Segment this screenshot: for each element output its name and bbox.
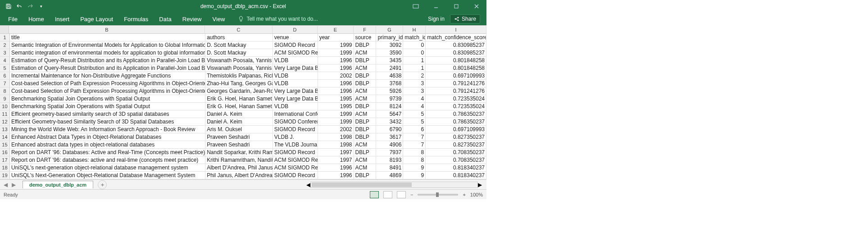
- cell[interactable]: 0.830985237: [426, 49, 486, 56]
- cell[interactable]: 1999: [318, 118, 354, 125]
- cell[interactable]: Nandit Soparkar, Krithi Ramamritham: [205, 149, 273, 156]
- cell[interactable]: Cost-based Selection of Path Expression …: [10, 80, 205, 87]
- cell[interactable]: VLDB J.: [273, 133, 318, 141]
- spreadsheet-grid[interactable]: BCDEFGHI 1titleauthorsvenueyearsourcepri…: [0, 25, 486, 179]
- row-header[interactable]: 19: [0, 172, 10, 179]
- cell[interactable]: Report on DART '96: databases: active an…: [10, 156, 205, 164]
- cell[interactable]: Georges Gardarin, Jean-Robert Gruser: [205, 87, 273, 95]
- cell[interactable]: 3: [403, 87, 426, 95]
- cell[interactable]: ACM: [354, 49, 377, 56]
- cell[interactable]: 1997: [318, 149, 354, 156]
- cell[interactable]: SIGMOD Record: [273, 126, 318, 133]
- cell[interactable]: 4869: [376, 172, 403, 179]
- cell[interactable]: The VLDB Journal &: [273, 141, 318, 148]
- row-header[interactable]: 18: [0, 164, 10, 171]
- cell[interactable]: Very Large Data Bases: [273, 87, 318, 95]
- row-header[interactable]: 17: [0, 156, 10, 164]
- cell[interactable]: 2002: [318, 72, 354, 79]
- cell[interactable]: SIGMOD Record: [273, 172, 318, 179]
- hscrollbar-track[interactable]: [310, 182, 478, 188]
- ribbon-display-icon[interactable]: [405, 0, 426, 13]
- cell[interactable]: Semantic integration of environmental mo…: [10, 49, 205, 56]
- cell[interactable]: year: [318, 34, 354, 41]
- cell[interactable]: ACM SIGMOD Record: [273, 49, 318, 56]
- cell[interactable]: 9: [403, 164, 426, 171]
- cell[interactable]: 2: [403, 72, 426, 79]
- cell[interactable]: Enhanced abstract data types in object-r…: [10, 141, 205, 148]
- cell[interactable]: Benchmarking Spatial Join Operations wit…: [10, 103, 205, 110]
- cell[interactable]: 4: [403, 103, 426, 110]
- cell[interactable]: 1996: [318, 87, 354, 95]
- cell[interactable]: 1: [403, 57, 426, 64]
- share-button[interactable]: Share: [450, 14, 480, 23]
- cell[interactable]: 1996: [318, 164, 354, 171]
- cell[interactable]: Krithi Ramamritham, Nandit Soparkar: [205, 156, 273, 164]
- cell[interactable]: Efficient geometry-based similarity sear…: [10, 110, 205, 118]
- cell[interactable]: 0.827350237: [426, 141, 486, 148]
- cell[interactable]: 7937: [376, 149, 403, 156]
- zoom-slider[interactable]: [418, 194, 458, 196]
- cell[interactable]: 0.818340237: [426, 172, 486, 179]
- cell[interactable]: 1996: [318, 57, 354, 64]
- cell[interactable]: 1996: [318, 64, 354, 72]
- cell[interactable]: SIGMOD Record: [273, 149, 318, 156]
- ribbon-tab-home[interactable]: Home: [23, 13, 50, 25]
- cell[interactable]: 1: [403, 64, 426, 72]
- column-header-C[interactable]: C: [205, 26, 273, 33]
- ribbon-tab-insert[interactable]: Insert: [50, 13, 75, 25]
- view-page-break-icon[interactable]: [397, 191, 406, 198]
- cell[interactable]: DBLP: [354, 172, 377, 179]
- column-header-E[interactable]: E: [318, 26, 354, 33]
- cell[interactable]: Praveen Seshadri: [205, 141, 273, 148]
- cell[interactable]: D. Scott Mackay: [205, 41, 273, 49]
- cell[interactable]: ACM: [354, 64, 377, 72]
- cell[interactable]: Zhao-Hui Tang, Georges Gardarin: [205, 80, 273, 87]
- cell[interactable]: 0.697109993: [426, 126, 486, 133]
- row-header[interactable]: 12: [0, 118, 10, 125]
- cell[interactable]: ACM: [354, 164, 377, 171]
- cell[interactable]: ACM: [354, 110, 377, 118]
- cell[interactable]: 2491: [376, 64, 403, 72]
- cell[interactable]: 0.723535024: [426, 103, 486, 110]
- cell[interactable]: 1995: [318, 95, 354, 102]
- cell[interactable]: 0.801848258: [426, 64, 486, 72]
- cell[interactable]: 7: [403, 141, 426, 148]
- cell[interactable]: 1996: [318, 172, 354, 179]
- cell[interactable]: 8124: [376, 103, 403, 110]
- row-header[interactable]: 2: [0, 41, 10, 49]
- hscrollbar-thumb[interactable]: [312, 183, 412, 187]
- cell[interactable]: 8491: [376, 164, 403, 171]
- cell[interactable]: 0.818340237: [426, 164, 486, 171]
- cell[interactable]: Themistoklis Palpanas, Richard Sidle: [205, 72, 273, 79]
- cell[interactable]: 2002: [318, 126, 354, 133]
- cell[interactable]: Mining the World Wide Web: An Informatio…: [10, 126, 205, 133]
- cell[interactable]: 3432: [376, 118, 403, 125]
- cell[interactable]: 0.827350237: [426, 133, 486, 141]
- column-header-H[interactable]: H: [403, 26, 426, 33]
- cell[interactable]: 1998: [318, 141, 354, 148]
- cell[interactable]: 0.791241276: [426, 87, 486, 95]
- cell[interactable]: ACM SIGMOD Record: [273, 156, 318, 164]
- cell[interactable]: Benchmarking Spatial Join Operations wit…: [10, 95, 205, 102]
- select-all-corner[interactable]: [0, 26, 9, 33]
- cell[interactable]: DBLP: [354, 41, 377, 49]
- cell[interactable]: 0.697109993: [426, 72, 486, 79]
- cell[interactable]: D. Scott Mackay: [205, 49, 273, 56]
- cell[interactable]: 8: [403, 156, 426, 164]
- new-sheet-button[interactable]: ＋: [98, 180, 107, 189]
- zoom-in-button[interactable]: +: [463, 192, 465, 197]
- cell[interactable]: Enhanced Abstract Data Types in Object-R…: [10, 133, 205, 141]
- cell[interactable]: DBLP: [354, 57, 377, 64]
- cell[interactable]: Estimation of Query-Result Distribution …: [10, 57, 205, 64]
- cell[interactable]: 0.723535024: [426, 95, 486, 102]
- zoom-slider-knob[interactable]: [436, 192, 439, 197]
- row-header[interactable]: 5: [0, 64, 10, 72]
- cell[interactable]: source: [354, 34, 377, 41]
- row-header[interactable]: 1: [0, 34, 10, 41]
- cell[interactable]: Estimation of Query-Result Distribution …: [10, 64, 205, 72]
- cell[interactable]: 7: [403, 133, 426, 141]
- cell[interactable]: Very Large Data Bases: [273, 64, 318, 72]
- cell[interactable]: 1995: [318, 103, 354, 110]
- cell[interactable]: 0.791241276: [426, 80, 486, 87]
- cell[interactable]: 8193: [376, 156, 403, 164]
